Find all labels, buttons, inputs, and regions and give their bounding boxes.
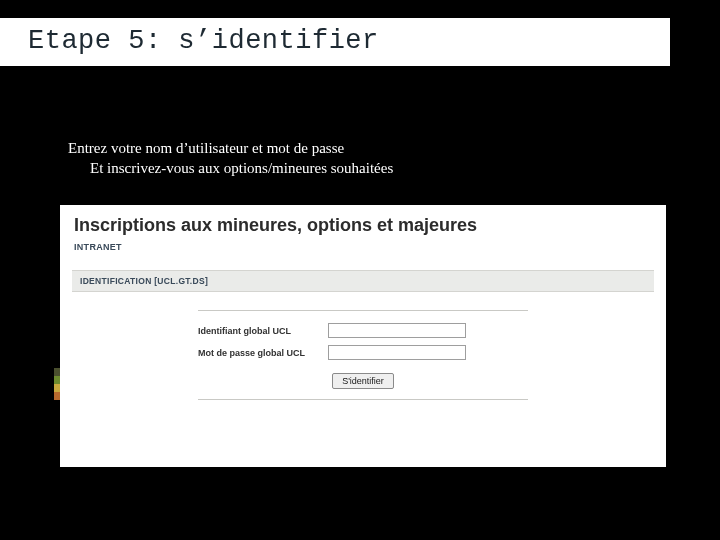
username-input[interactable] xyxy=(328,323,466,338)
username-label: Identifiant global UCL xyxy=(198,326,328,336)
password-row: Mot de passe global UCL xyxy=(198,345,528,360)
login-button[interactable]: S'identifier xyxy=(332,373,394,389)
divider xyxy=(198,310,528,311)
username-row: Identifiant global UCL xyxy=(198,323,528,338)
embedded-screenshot: Inscriptions aux mineures, options et ma… xyxy=(60,205,666,467)
section-header: IDENTIFICATION [UCL.GT.DS] xyxy=(72,270,654,292)
slide-title: Etape 5: s’identifier xyxy=(0,18,670,66)
intranet-label: INTRANET xyxy=(60,240,666,270)
password-input[interactable] xyxy=(328,345,466,360)
divider xyxy=(198,399,528,400)
page-title: Inscriptions aux mineures, options et ma… xyxy=(60,205,666,240)
login-form: Identifiant global UCL Mot de passe glob… xyxy=(198,310,528,400)
intro-line-2: Et inscrivez-vous aux options/mineures s… xyxy=(68,158,640,178)
intro-text: Entrez votre nom d’utilisateur et mot de… xyxy=(68,138,640,179)
intro-line-1: Entrez votre nom d’utilisateur et mot de… xyxy=(68,138,640,158)
button-row: S'identifier xyxy=(198,370,528,389)
password-label: Mot de passe global UCL xyxy=(198,348,328,358)
